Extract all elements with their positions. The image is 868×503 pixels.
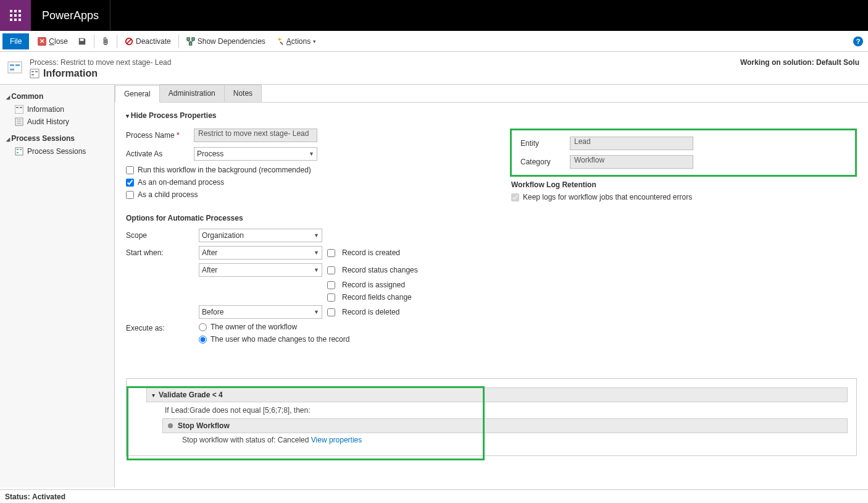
svg-rect-29: [15, 148, 23, 155]
record-deleted-label: Record is deleted: [342, 308, 473, 316]
process-header-icon: [6, 59, 23, 77]
paperclip-icon: [102, 37, 109, 46]
keep-logs-label: Keep logs for workflow jobs that encount…: [523, 193, 692, 201]
app-title: PowerApps: [42, 9, 99, 22]
process-name-field[interactable]: Restrict to move next stage- Lead: [194, 129, 317, 142]
toolbar-sep: [94, 35, 94, 48]
svg-rect-8: [19, 19, 21, 21]
exec-owner-label: The owner of the workflow: [211, 323, 297, 331]
record-status-checkbox[interactable]: [327, 266, 335, 274]
activate-as-select[interactable]: Process: [194, 147, 317, 161]
top-bar: PowerApps: [0, 0, 868, 31]
page-header: Process: Restrict to move next stage- Le…: [0, 52, 868, 85]
show-dependencies-button[interactable]: Show Dependencies: [183, 35, 269, 48]
bullet-icon: [168, 423, 173, 428]
exec-user-label: The user who made changes to the record: [211, 335, 349, 344]
start-when-after2-select[interactable]: After: [199, 263, 322, 277]
record-assigned-checkbox[interactable]: [327, 281, 335, 289]
svg-line-10: [127, 39, 131, 43]
left-nav: Common Information Audit History Process…: [0, 85, 115, 488]
svg-rect-18: [30, 69, 39, 78]
close-button[interactable]: ✕ Close: [34, 35, 72, 48]
workflow-steps-container: Validate Grade < 4 If Lead:Grade does no…: [126, 378, 857, 456]
step-title: Validate Grade < 4: [159, 391, 223, 399]
nav-audit-history[interactable]: Audit History: [0, 116, 114, 128]
svg-rect-24: [20, 107, 22, 108]
svg-rect-17: [10, 69, 14, 70]
deactivate-label: Deactivate: [136, 37, 171, 46]
svg-rect-14: [8, 62, 22, 73]
information-icon: [15, 105, 23, 114]
nav-group-sessions[interactable]: Process Sessions: [0, 132, 114, 145]
svg-rect-31: [20, 149, 22, 150]
step-condition: If Lead:Grade does not equal [5;6;7;8], …: [146, 402, 848, 418]
hide-process-properties-toggle[interactable]: Hide Process Properties: [126, 111, 857, 120]
help-button[interactable]: ?: [853, 36, 863, 46]
step-row[interactable]: Validate Grade < 4: [146, 387, 848, 402]
scope-select[interactable]: Organization: [199, 229, 322, 242]
nav-information[interactable]: Information: [0, 103, 114, 116]
breadcrumb: Process: Restrict to move next stage- Le…: [30, 58, 171, 67]
svg-rect-15: [10, 64, 14, 66]
wand-icon: [275, 37, 284, 46]
deactivate-button[interactable]: Deactivate: [121, 35, 175, 48]
nav-item-label: Information: [27, 105, 64, 114]
entity-category-box: Entity Lead Category Workflow: [510, 129, 857, 177]
nav-group-common[interactable]: Common: [0, 90, 114, 103]
waffle-icon: [10, 10, 21, 21]
entity-label: Entity: [520, 139, 570, 148]
substep-detail: Stop workflow with status of: Canceled V…: [146, 433, 848, 447]
view-properties-link[interactable]: View properties: [311, 436, 362, 444]
exec-owner-radio[interactable]: [199, 323, 207, 331]
audit-icon: [15, 117, 23, 126]
record-created-checkbox[interactable]: [327, 249, 335, 257]
record-deleted-checkbox[interactable]: [327, 308, 335, 316]
keep-logs-checkbox[interactable]: [511, 193, 519, 201]
record-fields-checkbox[interactable]: [327, 294, 335, 302]
start-when-after1-select[interactable]: After: [199, 246, 322, 260]
nav-item-label: Audit History: [27, 117, 69, 126]
start-when-label: Start when:: [126, 248, 194, 257]
content-area: General Administration Notes Hide Proces…: [115, 85, 868, 488]
save-icon: [78, 37, 86, 46]
tab-administration[interactable]: Administration: [159, 85, 225, 102]
sessions-icon: [15, 147, 23, 156]
svg-rect-2: [19, 10, 21, 12]
save-icon-button[interactable]: [74, 35, 90, 48]
tab-strip: General Administration Notes: [115, 85, 868, 103]
show-dependencies-label: Show Dependencies: [198, 37, 265, 46]
category-label: Category: [520, 158, 570, 166]
scope-label: Scope: [126, 231, 194, 240]
svg-rect-16: [15, 64, 20, 66]
on-demand-checkbox[interactable]: [126, 179, 134, 187]
tab-notes[interactable]: Notes: [224, 85, 262, 102]
run-background-label: Run this workflow in the background (rec…: [138, 166, 311, 174]
execute-as-label: Execute as:: [126, 324, 194, 332]
start-when-before-select[interactable]: Before: [199, 305, 322, 319]
on-demand-label: As an on-demand process: [138, 178, 224, 187]
svg-rect-0: [10, 10, 12, 12]
svg-rect-3: [10, 14, 12, 17]
substep-row[interactable]: Stop Workflow: [162, 418, 848, 433]
run-background-checkbox[interactable]: [126, 166, 134, 174]
toolbar-sep: [117, 35, 117, 48]
tab-general[interactable]: General: [115, 85, 160, 103]
svg-rect-21: [31, 74, 34, 75]
attachment-button[interactable]: [98, 35, 113, 48]
svg-rect-30: [17, 149, 19, 150]
file-button[interactable]: File: [2, 33, 29, 49]
toolbar-sep: [178, 35, 179, 48]
app-launcher-button[interactable]: [0, 0, 31, 31]
exec-user-radio[interactable]: [199, 336, 207, 344]
close-icon: ✕: [38, 37, 46, 46]
as-child-checkbox[interactable]: [126, 191, 134, 199]
nav-process-sessions[interactable]: Process Sessions: [0, 145, 114, 158]
svg-rect-1: [14, 10, 17, 12]
entity-field: Lead: [570, 137, 693, 150]
category-field: Workflow: [570, 155, 693, 169]
solution-label: Working on solution: Default Solu: [740, 58, 859, 67]
svg-rect-5: [19, 14, 21, 17]
deactivate-icon: [125, 37, 133, 46]
actions-menu[interactable]: Actions ▾: [272, 35, 320, 48]
svg-rect-22: [15, 105, 23, 114]
